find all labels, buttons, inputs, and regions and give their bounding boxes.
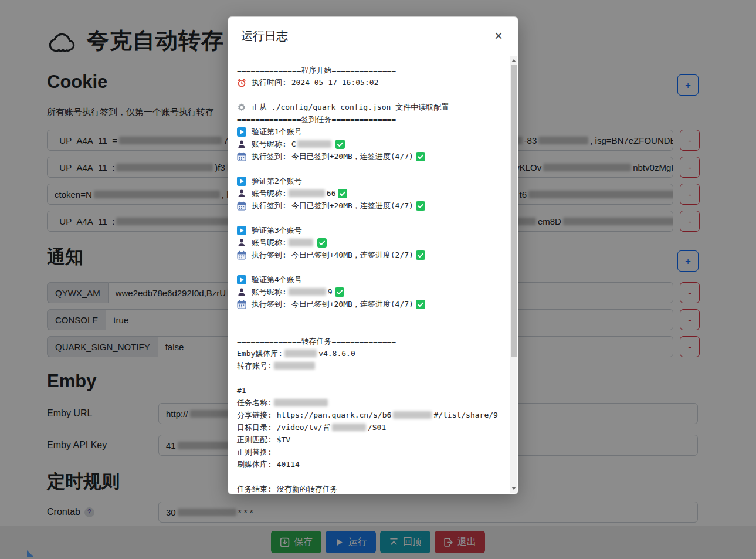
check-icon [338, 189, 347, 198]
redacted-text [289, 239, 313, 246]
check-icon [335, 287, 344, 297]
text-fragment: v4.8.6.0 [318, 347, 355, 360]
log-line: ==============签到任务============== [237, 113, 500, 126]
redacted-text [289, 288, 326, 296]
text-fragment: 目标目录: /video/tv/背 [237, 421, 330, 433]
log-line: ==============程序开始============== [237, 64, 500, 76]
text-fragment: 账号昵称: [252, 187, 287, 199]
redacted-text [297, 140, 331, 148]
log-line: 正则匹配: $TV [237, 433, 500, 446]
text-fragment: Emby媒体库: [237, 347, 283, 360]
text-fragment: 执行签到: 今日已签到+20MB，连签进度(4/7) [252, 298, 413, 310]
text-fragment: 账号昵称: [252, 236, 287, 249]
calendar-icon [237, 300, 246, 309]
close-icon[interactable]: × [492, 29, 505, 43]
log-line: 账号昵称: 66 [237, 187, 500, 199]
text-fragment: 执行签到: 今日已签到+20MB，连签进度(4/7) [252, 199, 413, 212]
modal-title: 运行日志 [241, 28, 288, 44]
text-fragment: 验证第1个账号 [252, 126, 302, 138]
redacted-text [289, 189, 325, 197]
text-fragment: 账号昵称: [252, 286, 287, 298]
scrollbar-thumb[interactable] [511, 65, 517, 357]
redacted-text [274, 399, 328, 406]
log-line [237, 310, 500, 323]
log-line: 执行签到: 今日已签到+20MB，连签进度(4/7) [237, 199, 500, 212]
text-fragment: 验证第3个账号 [252, 224, 302, 236]
calendar-icon [237, 250, 246, 260]
text-fragment: 验证第4个账号 [252, 273, 302, 286]
calendar-icon [237, 201, 246, 211]
log-line [237, 323, 500, 335]
text-fragment: /S01 [368, 421, 386, 433]
log-line: 转存账号: [237, 360, 500, 372]
person-icon [237, 238, 246, 248]
check-icon [416, 201, 425, 211]
text-fragment: ==============签到任务============== [237, 113, 396, 126]
text-fragment: 正从 ./config/quark_config.json 文件中读取配置 [252, 101, 449, 113]
person-icon [237, 189, 246, 198]
redacted-text [274, 362, 315, 370]
log-line [237, 470, 500, 483]
text-fragment: 刷媒体库: 40114 [237, 458, 300, 470]
text-fragment: ==============程序开始============== [237, 64, 396, 76]
log-line [237, 162, 500, 175]
text-fragment: 验证第2个账号 [252, 175, 302, 187]
redacted-text [284, 350, 317, 357]
text-fragment: 账号昵称: C [252, 138, 296, 150]
text-fragment: ==============转存任务============== [237, 335, 396, 347]
text-fragment: 转存账号: [237, 360, 272, 372]
text-fragment: 9 [328, 286, 333, 298]
person-icon [237, 140, 246, 149]
log-line: 执行签到: 今日已签到+20MB，连签进度(4/7) [237, 150, 500, 162]
log-line: #1------------------ [237, 384, 500, 397]
log-line: 验证第4个账号 [237, 273, 500, 286]
log-line: 分享链接: https://pan.quark.cn/s/b6#/list/sh… [237, 409, 500, 421]
log-line: 正从 ./config/quark_config.json 文件中读取配置 [237, 101, 500, 113]
log-line: 目标目录: /video/tv/背/S01 [237, 421, 500, 433]
check-icon [317, 238, 327, 248]
check-icon [416, 152, 425, 161]
log-line: 验证第3个账号 [237, 224, 500, 236]
check-icon [416, 300, 425, 309]
text-fragment: 任务名称: [237, 397, 272, 409]
play-icon [237, 275, 246, 284]
text-fragment: 任务结束: 没有新的转存任务 [237, 483, 338, 494]
redacted-text [332, 424, 366, 431]
text-fragment: 66 [327, 187, 336, 199]
scroll-down-icon[interactable] [511, 487, 516, 490]
log-line: ==============转存任务============== [237, 335, 500, 347]
modal-scrollbar[interactable] [510, 56, 517, 493]
log-line: 执行时间: 2024-05-17 16:05:02 [237, 76, 500, 89]
text-fragment: #/list/share/9 [433, 409, 498, 421]
text-fragment: 执行签到: 今日已签到+20MB，连签进度(4/7) [252, 150, 413, 162]
log-line [237, 372, 500, 384]
modal-body: ==============程序开始==============执行时间: 20… [228, 55, 518, 494]
log-line: 执行签到: 今日已签到+20MB，连签进度(4/7) [237, 298, 500, 310]
log-line: 账号昵称: [237, 236, 500, 249]
log-line [237, 261, 500, 273]
log-line: 任务名称: [237, 397, 500, 409]
play-icon [237, 226, 246, 235]
person-icon [237, 287, 246, 297]
log-line [237, 89, 500, 101]
log-line: 正则替换: [237, 446, 500, 458]
check-icon [335, 140, 345, 149]
gear-icon [237, 103, 246, 112]
text-fragment: 正则替换: [237, 446, 272, 458]
play-icon [237, 177, 246, 186]
log-line: 账号昵称: 9 [237, 286, 500, 298]
log-line: 执行签到: 今日已签到+40MB，连签进度(2/7) [237, 249, 500, 261]
log-line: 刷媒体库: 40114 [237, 458, 500, 470]
log-line: 账号昵称: C [237, 138, 500, 150]
text-fragment: 分享链接: https://pan.quark.cn/s/b6 [237, 409, 391, 421]
play-icon [237, 127, 246, 137]
log-line [237, 212, 500, 224]
log-line: 任务结束: 没有新的转存任务 [237, 483, 500, 494]
text-fragment: #1------------------ [237, 384, 329, 397]
text-fragment: 执行时间: 2024-05-17 16:05:02 [252, 76, 378, 89]
calendar-icon [237, 152, 246, 161]
log-line: 验证第2个账号 [237, 175, 500, 187]
alarm-icon [237, 78, 246, 87]
modal-header: 运行日志 × [228, 17, 518, 55]
scroll-up-icon[interactable] [511, 59, 516, 62]
